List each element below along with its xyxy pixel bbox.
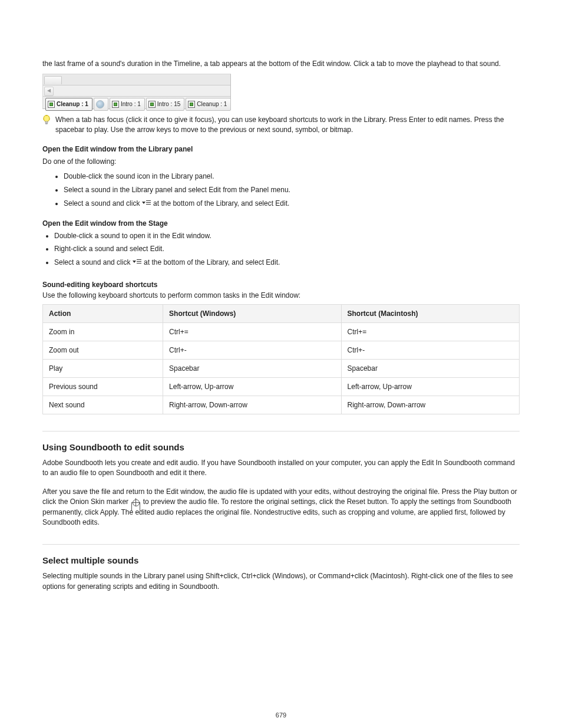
screenshot-tab: Intro : 1 xyxy=(110,98,145,111)
table-cell: Right-arrow, Down-arrow xyxy=(341,396,519,414)
table-cell: Play xyxy=(43,359,163,377)
screenshot-tab-label: Intro : 1 xyxy=(121,101,141,107)
onion-skin-marker-icon xyxy=(131,498,140,506)
sound-item-icon xyxy=(48,101,55,108)
screenshot-tab-globe xyxy=(94,98,108,111)
sound-item-icon xyxy=(148,101,156,108)
table-cell: Zoom out xyxy=(43,341,163,359)
list-item: Select a sound and click at the bottom o… xyxy=(54,258,520,268)
panel-menu-icon xyxy=(143,200,151,207)
open-from-stage-list: Double-click a sound to open it in the E… xyxy=(54,231,520,268)
screenshot-sound-tabs: ◀ Cleanup : 1Intro : 1Intro : 15Cleanup … xyxy=(42,74,231,109)
screenshot-tab-label: Intro : 15 xyxy=(157,101,180,107)
screenshot-tab: Intro : 15 xyxy=(146,98,184,111)
select-multiple-para: Selecting multiple sounds in the Library… xyxy=(42,571,520,592)
select-multiple-heading: Select multiple sounds xyxy=(42,555,520,565)
table-row: Zoom inCtrl+=Ctrl+= xyxy=(43,322,520,341)
list-item: Right-click a sound and select Edit. xyxy=(54,244,520,254)
table-cell: Left-arrow, Up-arrow xyxy=(163,377,341,396)
col-mac: Shortcut (Macintosh) xyxy=(341,304,519,322)
table-cell: Left-arrow, Up-arrow xyxy=(341,377,519,396)
col-windows: Shortcut (Windows) xyxy=(163,304,341,322)
panel-menu-icon xyxy=(133,259,141,266)
table-cell: Spacebar xyxy=(341,359,519,377)
scroll-left-arrow-icon: ◀ xyxy=(44,87,54,96)
table-cell: Ctrl+= xyxy=(341,322,519,341)
intro-paragraph: the last frame of a sound's duration in … xyxy=(42,59,520,69)
list-item-prefix: Select a sound and click xyxy=(54,258,133,266)
section-divider xyxy=(42,431,520,431)
screenshot-tab: Cleanup : 1 xyxy=(45,98,92,111)
shortcuts-subtext: Use the following keyboard shortcuts to … xyxy=(42,291,520,299)
lightbulb-icon xyxy=(42,115,51,126)
tip-text: When a tab has focus (click it once to g… xyxy=(55,115,520,135)
list-item-suffix: at the bottom of the Library, and select… xyxy=(151,199,290,207)
open-from-stage-heading: Open the Edit window from the Stage xyxy=(42,219,520,228)
svg-point-0 xyxy=(44,115,49,121)
shortcuts-table: Action Shortcut (Windows) Shortcut (Maci… xyxy=(42,304,520,414)
screenshot-tab: Cleanup : 1 xyxy=(186,98,231,111)
table-header-row: Action Shortcut (Windows) Shortcut (Maci… xyxy=(43,304,520,322)
shortcuts-heading: Sound-editing keyboard shortcuts xyxy=(42,281,520,289)
tab-stub xyxy=(44,76,62,84)
table-cell: Next sound xyxy=(43,396,163,414)
globe-icon xyxy=(96,100,104,108)
screenshot-tab-label: Cleanup : 1 xyxy=(197,101,227,107)
table-cell: Ctrl+- xyxy=(163,341,341,359)
soundbooth-para-2: After you save the file and return to th… xyxy=(42,487,520,528)
svg-rect-2 xyxy=(46,123,48,124)
table-cell: Spacebar xyxy=(163,359,341,377)
table-cell: Zoom in xyxy=(43,322,163,341)
screenshot-tab-label: Cleanup : 1 xyxy=(57,101,88,107)
table-row: PlaySpacebarSpacebar xyxy=(43,359,520,377)
screenshot-top-row xyxy=(43,74,230,85)
table-row: Zoom outCtrl+-Ctrl+- xyxy=(43,341,520,359)
screenshot-scroll-row: ◀ xyxy=(43,85,230,97)
table-row: Previous soundLeft-arrow, Up-arrowLeft-a… xyxy=(43,377,520,396)
list-item: Double-click the sound icon in the Libra… xyxy=(64,172,520,182)
sound-item-icon xyxy=(112,101,119,108)
list-item: Double-click a sound to open it in the E… xyxy=(54,231,520,241)
table-cell: Right-arrow, Down-arrow xyxy=(163,396,341,414)
open-instruction: Do one of the following: xyxy=(42,157,520,167)
section-divider xyxy=(42,544,520,545)
col-action: Action xyxy=(43,304,163,322)
soundbooth-heading: Using Soundbooth to edit sounds xyxy=(42,442,520,452)
open-action-list: Double-click the sound icon in the Libra… xyxy=(64,172,520,208)
svg-rect-1 xyxy=(45,121,48,123)
open-edit-window-heading: Open the Edit window from the Library pa… xyxy=(42,145,520,153)
soundbooth-para-1: Adobe Soundbooth lets you create and edi… xyxy=(42,458,520,479)
screenshot-tab-bar: Cleanup : 1Intro : 1Intro : 15Cleanup : … xyxy=(43,97,230,112)
list-item-prefix: Select a sound and click xyxy=(64,199,142,207)
page-number: 679 xyxy=(0,711,562,719)
sound-item-icon xyxy=(188,101,195,108)
list-item-suffix: at the bottom of the Library, and select… xyxy=(142,258,280,266)
table-cell: Ctrl+- xyxy=(341,341,519,359)
tip-callout: When a tab has focus (click it once to g… xyxy=(42,115,520,135)
list-item: Select a sound and click at the bottom o… xyxy=(64,199,520,209)
list-item: Select a sound in the Library panel and … xyxy=(64,185,520,195)
table-row: Next soundRight-arrow, Down-arrowRight-a… xyxy=(43,396,520,414)
table-cell: Ctrl+= xyxy=(163,322,341,341)
table-cell: Previous sound xyxy=(43,377,163,396)
